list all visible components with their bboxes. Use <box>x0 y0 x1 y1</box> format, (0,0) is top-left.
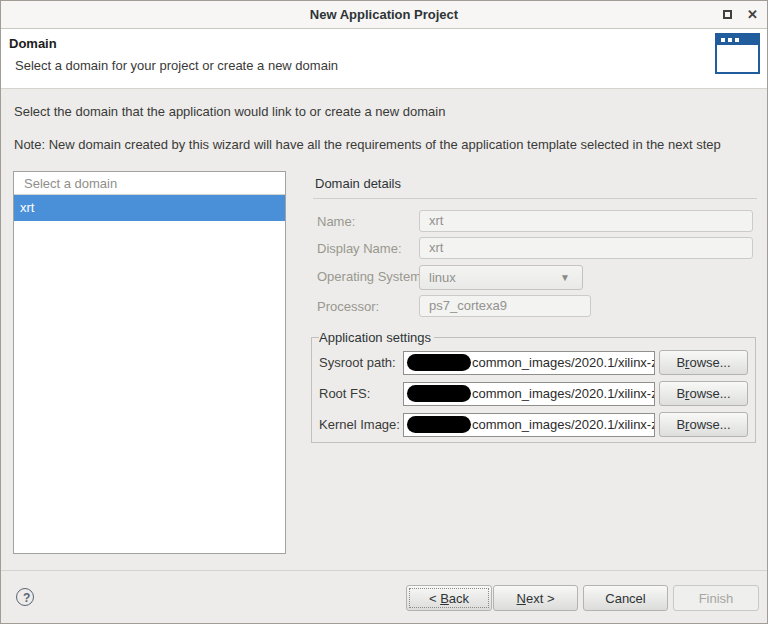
icon-dot <box>728 38 732 42</box>
processor-row: Processor: ps7_cortexa9 <box>313 295 757 319</box>
window-title: New Application Project <box>1 1 767 28</box>
root-fs-row: Root FS: common_images/2020.1/xilinx-zyn… <box>319 381 748 406</box>
name-field-row: Name: xrt <box>313 210 757 234</box>
footer-separator <box>1 570 767 571</box>
operating-system-label: Operating System: <box>317 269 425 284</box>
new-application-project-dialog: New Application Project ✕ Domain Select … <box>0 0 768 624</box>
help-icon[interactable]: ? <box>16 588 34 606</box>
domain-list: Select a domain xrt <box>13 171 286 554</box>
display-name-field-row: Display Name: xrt <box>313 237 757 261</box>
maximize-icon[interactable] <box>723 10 732 19</box>
page-subtitle: Select a domain for your project or crea… <box>15 58 338 73</box>
sysroot-path-value: common_images/2020.1/xilinx-zynq- <box>472 355 655 370</box>
root-fs-browse-button[interactable]: Browse... <box>659 381 748 406</box>
root-fs-label: Root FS: <box>319 386 399 401</box>
window-controls: ✕ <box>723 1 758 28</box>
chevron-down-icon: ▼ <box>560 266 570 289</box>
processor-label: Processor: <box>317 299 379 314</box>
close-icon[interactable]: ✕ <box>747 8 758 21</box>
cancel-button[interactable]: Cancel <box>583 585 668 611</box>
note-text: Note: New domain created by this wizard … <box>14 137 721 152</box>
processor-field: ps7_cortexa9 <box>419 295 591 317</box>
domain-details-panel: Domain details Name: xrt Display Name: x… <box>313 171 757 561</box>
kernel-image-browse-button[interactable]: Browse... <box>659 412 748 437</box>
redaction-blob <box>407 354 471 371</box>
redaction-blob <box>407 416 471 433</box>
application-settings-title: Application settings <box>319 330 434 345</box>
sysroot-browse-button[interactable]: Browse... <box>659 350 748 375</box>
back-button[interactable]: < Back <box>406 585 492 611</box>
wizard-window-icon-titlebar <box>717 35 758 45</box>
sysroot-path-row: Sysroot path: common_images/2020.1/xilin… <box>319 350 748 375</box>
titlebar[interactable]: New Application Project ✕ <box>1 1 767 29</box>
kernel-image-label: Kernel Image: <box>319 417 399 432</box>
page-title: Domain <box>9 36 57 51</box>
sysroot-path-input[interactable]: common_images/2020.1/xilinx-zynq- <box>403 351 655 375</box>
name-field: xrt <box>419 210 753 232</box>
operating-system-row: Operating System: linux ▼ <box>313 265 757 289</box>
operating-system-dropdown: linux ▼ <box>419 265 583 290</box>
application-settings-group: Application settings Sysroot path: commo… <box>311 330 756 443</box>
sysroot-path-label: Sysroot path: <box>319 355 399 370</box>
icon-dot <box>721 38 725 42</box>
redaction-blob <box>407 385 471 402</box>
wizard-header: Domain Select a domain for your project … <box>1 29 767 89</box>
kernel-image-input[interactable]: common_images/2020.1/xilinx-zynq- <box>403 413 655 437</box>
icon-dot <box>735 38 739 42</box>
display-name-field: xrt <box>419 237 753 259</box>
kernel-image-row: Kernel Image: common_images/2020.1/xilin… <box>319 412 748 437</box>
instruction-text: Select the domain that the application w… <box>14 104 445 119</box>
display-name-label: Display Name: <box>317 241 402 256</box>
root-fs-input[interactable]: common_images/2020.1/xilinx-zynq- <box>403 382 655 406</box>
name-label: Name: <box>317 214 355 229</box>
kernel-image-value: common_images/2020.1/xilinx-zynq- <box>472 417 655 432</box>
domain-details-title: Domain details <box>315 176 401 191</box>
next-button[interactable]: Next > <box>493 585 578 611</box>
separator <box>313 198 757 199</box>
domain-list-column-header[interactable]: Select a domain <box>14 172 285 195</box>
operating-system-value: linux <box>429 270 456 285</box>
list-item-xrt[interactable]: xrt <box>14 195 285 221</box>
wizard-window-icon <box>715 33 760 74</box>
root-fs-value: common_images/2020.1/xilinx-zynq- <box>472 386 655 401</box>
finish-button: Finish <box>673 585 759 611</box>
